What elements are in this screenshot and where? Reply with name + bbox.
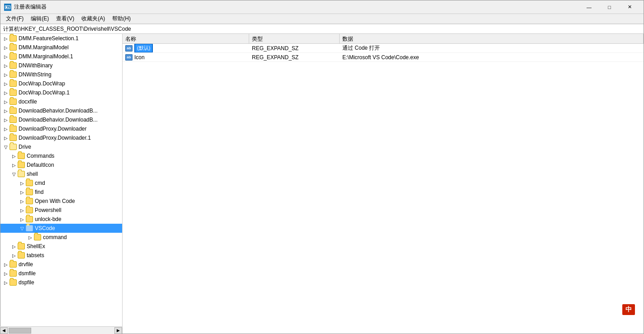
expand-shell[interactable]: ▽: [10, 170, 18, 178]
expand-downloadbehavior1[interactable]: ▷: [2, 116, 9, 123]
scroll-track: [8, 327, 114, 334]
expand-drvfile[interactable]: ▷: [2, 261, 9, 268]
main-window: 注册表编辑器 — □ ✕ 文件(F) 编辑(E) 查看(V) 收藏夹(A) 帮助…: [0, 0, 644, 334]
folder-icon: [9, 279, 17, 286]
expand-dmm-feature[interactable]: ▷: [2, 35, 9, 42]
window-controls: — □ ✕: [579, 0, 640, 14]
tree-item-dmm-marginal1[interactable]: ▷ DMM.MarginalModel.1: [0, 52, 122, 61]
default-value-label: (默认): [134, 44, 153, 52]
expand-downloadbehavior[interactable]: ▷: [2, 107, 9, 114]
folder-icon: [9, 117, 17, 123]
folder-icon: [9, 270, 17, 277]
menu-help[interactable]: 帮助(H): [109, 14, 134, 24]
header-type[interactable]: 类型: [249, 34, 340, 44]
menu-file[interactable]: 文件(F): [2, 14, 27, 24]
tree-item-downloadbehavior[interactable]: ▷ DownloadBehavior.DownloadB...: [0, 106, 122, 115]
tree-item-dnwithbinary[interactable]: ▷ DNWithBinary: [0, 61, 122, 70]
expand-dspfile[interactable]: ▷: [2, 279, 9, 286]
expand-docwrap1[interactable]: ▷: [2, 89, 9, 96]
tree-label: Drive: [19, 144, 31, 150]
tree-item-downloadproxy[interactable]: ▷ DownloadProxy.Downloader: [0, 124, 122, 133]
tree-item-tabsets[interactable]: ▷ tabsets: [0, 251, 122, 260]
tree-item-downloadbehavior1[interactable]: ▷ DownloadBehavior.DownloadB...: [0, 115, 122, 124]
tree-item-downloadproxy1[interactable]: ▷ DownloadProxy.Downloader.1: [0, 133, 122, 142]
expand-find[interactable]: ▷: [19, 188, 26, 196]
expand-dnwithbinary[interactable]: ▷: [2, 62, 9, 69]
tree-item-dspfile[interactable]: ▷ dspfile: [0, 278, 122, 287]
tree-item-cmd[interactable]: ▷ cmd: [0, 179, 122, 188]
tree-item-vscode[interactable]: ▽ VSCode: [0, 224, 122, 233]
content-header: 名称 类型 数据: [123, 34, 644, 44]
close-button[interactable]: ✕: [620, 0, 640, 14]
expand-dsmfile[interactable]: ▷: [2, 270, 9, 277]
tree-item-openwithcode[interactable]: ▷ Open With Code: [0, 197, 122, 206]
folder-icon: [9, 261, 17, 268]
tree-hscrollbar[interactable]: ◀ ▶: [0, 326, 122, 334]
expand-docxfile[interactable]: ▷: [2, 98, 9, 105]
menu-edit[interactable]: 编辑(E): [27, 14, 52, 24]
tree-item-docxfile[interactable]: ▷ docxfile: [0, 97, 122, 106]
expand-downloadproxy[interactable]: ▷: [2, 125, 9, 132]
scroll-right-btn[interactable]: ▶: [114, 327, 122, 334]
expand-cmd[interactable]: ▷: [19, 179, 26, 187]
menu-view[interactable]: 查看(V): [52, 14, 78, 24]
scroll-left-btn[interactable]: ◀: [0, 327, 8, 334]
folder-icon: [9, 108, 17, 114]
tree-label: VSCode: [35, 225, 55, 231]
tree-label: Open With Code: [35, 198, 75, 204]
folder-icon: [9, 89, 17, 96]
tree-item-command[interactable]: ▷ command: [0, 233, 122, 242]
tree-item-dmm-feature[interactable]: ▷ DMM.FeatureSelection.1: [0, 34, 122, 43]
header-data[interactable]: 数据: [340, 34, 644, 44]
scroll-thumb[interactable]: [9, 328, 31, 334]
expand-defaulticon[interactable]: ▷: [10, 161, 18, 169]
table-row[interactable]: ab Icon REG_EXPAND_SZ E:\Microsoft VS Co…: [123, 53, 644, 62]
expand-unlockbde[interactable]: ▷: [19, 216, 26, 223]
header-name[interactable]: 名称: [123, 34, 249, 44]
maximize-button[interactable]: □: [599, 0, 620, 14]
tree-item-dmm-marginal[interactable]: ▷ DMM.MarginalModel: [0, 43, 122, 52]
expand-command[interactable]: ▷: [27, 234, 34, 241]
tree-item-unlockbde[interactable]: ▷ unlock-bde: [0, 215, 122, 224]
folder-icon: [9, 135, 17, 141]
tree-item-shellex[interactable]: ▷ ShellEx: [0, 242, 122, 251]
tree-item-drive[interactable]: ▽ Drive: [0, 142, 122, 151]
expand-powershell[interactable]: ▷: [19, 207, 26, 214]
folder-icon: [26, 198, 33, 204]
icon-label: Icon: [134, 54, 145, 61]
expand-dmm-marginal[interactable]: ▷: [2, 44, 9, 51]
expand-openwithcode[interactable]: ▷: [19, 198, 26, 205]
tree-item-commands[interactable]: ▷ Commands: [0, 151, 122, 160]
tree-item-docwrap[interactable]: ▷ DocWrap.DocWrap: [0, 79, 122, 88]
tree-label: DMM.FeatureSelection.1: [19, 35, 79, 42]
tree-item-drvfile[interactable]: ▷ drvfile: [0, 260, 122, 269]
menu-favorites[interactable]: 收藏夹(A): [78, 14, 109, 24]
tree-item-docwrap1[interactable]: ▷ DocWrap.DocWrap.1: [0, 88, 122, 97]
expand-docwrap[interactable]: ▷: [2, 80, 9, 87]
reg-ab-icon: ab: [125, 45, 133, 52]
expand-tabsets[interactable]: ▷: [10, 252, 18, 259]
tree-item-dsmfile[interactable]: ▷ dsmfile: [0, 269, 122, 278]
expand-downloadproxy1[interactable]: ▷: [2, 134, 9, 141]
folder-icon-open: [9, 144, 17, 150]
tree-item-powershell[interactable]: ▷ Powershell: [0, 206, 122, 215]
cell-type-icon: REG_EXPAND_SZ: [249, 53, 340, 61]
minimize-button[interactable]: —: [579, 0, 599, 14]
expand-drive[interactable]: ▽: [2, 143, 9, 151]
cell-data-icon: E:\Microsoft VS Code\Code.exe: [340, 53, 644, 61]
expand-dnwithstring[interactable]: ▷: [2, 71, 9, 78]
tree-item-find[interactable]: ▷ find: [0, 188, 122, 197]
expand-shellex[interactable]: ▷: [10, 243, 18, 250]
folder-icon: [26, 189, 33, 195]
tree-item-dnwithstring[interactable]: ▷ DNWithString: [0, 70, 122, 79]
tree-item-defaulticon[interactable]: ▷ DefaultIcon: [0, 160, 122, 169]
folder-icon: [26, 216, 33, 222]
table-row[interactable]: ab (默认) REG_EXPAND_SZ 通过 Code 打开: [123, 44, 644, 53]
tree-label: DefaultIcon: [27, 162, 54, 168]
tree-label: DownloadProxy.Downloader: [19, 126, 87, 132]
expand-dmm-marginal1[interactable]: ▷: [2, 53, 9, 60]
tree-label: DownloadBehavior.DownloadB...: [19, 117, 98, 123]
expand-vscode[interactable]: ▽: [19, 225, 26, 232]
tree-item-shell[interactable]: ▽ shell: [0, 169, 122, 179]
expand-commands[interactable]: ▷: [10, 152, 18, 160]
